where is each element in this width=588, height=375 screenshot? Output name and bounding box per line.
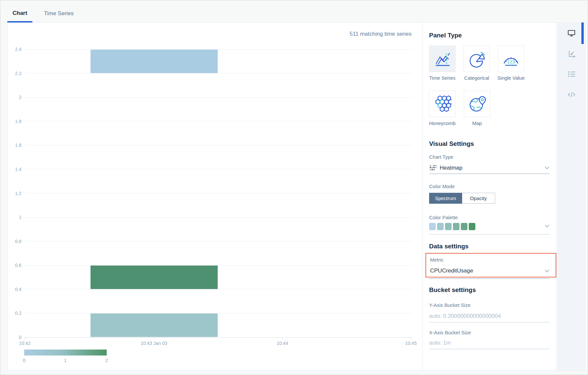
color-mode-toggle: Spectrum Opacity [429,193,495,204]
panel-type-label: Map [460,120,494,126]
palette-swatch [469,223,475,230]
x-axis-bucket-size-label: X-Axis Bucket Size [429,330,471,335]
data-settings-heading: Data settings [429,243,468,250]
y-axis-bucket-size-input[interactable] [429,313,550,319]
heatmap-icon [430,165,437,171]
chart-type-select[interactable]: Heatmap [429,164,550,174]
palette-swatch [429,223,436,230]
map-icon [468,95,486,113]
time-series-icon [433,50,452,68]
panel-type-label: Single Value [495,75,528,81]
metric-value: CPUCreditUsage [430,268,473,274]
y-axis-bucket-size-label: Y-Axis Bucket Size [429,302,470,308]
palette-swatch [445,223,452,230]
color-palette-select[interactable] [429,223,528,231]
list-icon[interactable] [567,70,576,78]
chart-type-value: Heatmap [440,165,462,171]
active-view-indicator [581,22,584,44]
single-value-icon: 123 [502,50,520,68]
x-axis-bucket-size-input[interactable] [429,340,550,346]
monitor-icon[interactable] [567,29,576,37]
color-palette-label: Color Palette [429,215,458,220]
matching-time-series-count: 511 matching time series [312,31,412,37]
color-mode-label: Color Mode [429,184,455,189]
categorical-icon [467,50,486,68]
bucket-settings-heading: Bucket settings [429,286,476,294]
code-icon[interactable] [567,90,576,99]
metric-label: Metric [430,257,444,263]
palette-swatch [453,223,459,230]
x-bucket-underline [429,349,550,349]
panel-type-heading: Panel Type [429,32,462,39]
palette-swatch [437,223,444,230]
axes-icon[interactable] [567,49,576,58]
panel-type-time-series[interactable] [429,46,456,72]
color-palette-underline [429,234,550,234]
metric-select[interactable]: CPUCreditUsage [430,268,549,275]
honeycomb-icon [433,95,452,113]
panel-type-label: Categorical [460,75,493,81]
chart-builder-page: Chart Time Series 511 matching time seri… [0,0,588,375]
chevron-down-icon [545,225,549,228]
panel-type-single-value[interactable]: 123 [498,46,524,72]
panel-type-label: Honeycomb [426,120,459,126]
color-mode-spectrum-button[interactable]: Spectrum [429,193,462,204]
palette-swatch [461,223,467,230]
svg-text:123: 123 [507,59,515,64]
chevron-down-icon [545,166,549,169]
panel-type-map[interactable] [464,91,490,117]
panel-type-honeycomb[interactable] [429,91,456,117]
chevron-down-icon [545,270,549,272]
panel-type-categorical[interactable] [463,46,490,72]
tab-chart[interactable]: Chart [13,10,27,17]
panel-type-label: Time Series [426,75,459,81]
color-mode-opacity-button[interactable]: Opacity [462,193,496,204]
panel-divider [423,23,423,370]
tab-time-series[interactable]: Time Series [44,10,74,17]
chart-type-label: Chart Type [429,154,453,160]
y-bucket-underline [429,322,550,322]
chart-type-underline [429,174,550,174]
metric-underline [429,278,550,279]
visual-settings-heading: Visual Settings [429,140,474,147]
